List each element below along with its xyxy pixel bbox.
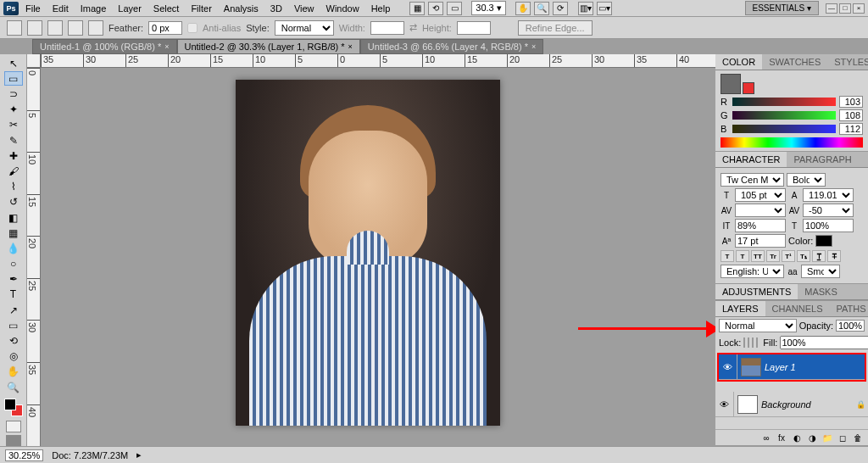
- allcaps-button[interactable]: TT: [751, 250, 765, 262]
- arrange-docs-icon[interactable]: ▥▾: [578, 2, 593, 15]
- adjustment-layer-icon[interactable]: ◑: [805, 432, 819, 443]
- text-color-swatch[interactable]: [815, 235, 832, 247]
- zoom-input[interactable]: 30.3 ▾: [471, 1, 505, 15]
- menu-layer[interactable]: Layer: [113, 2, 147, 15]
- marquee-tool[interactable]: ▭: [4, 71, 23, 86]
- crop-tool[interactable]: ✂: [4, 118, 23, 132]
- vscale-input[interactable]: [735, 219, 786, 232]
- italic-button[interactable]: T: [736, 250, 749, 262]
- underline-button[interactable]: T̲: [812, 250, 826, 262]
- tab-character[interactable]: CHARACTER: [715, 152, 787, 167]
- heal-tool[interactable]: ✚: [4, 148, 23, 163]
- color-ramp[interactable]: [721, 137, 863, 148]
- lock-position-icon[interactable]: [752, 337, 754, 348]
- status-menu-icon[interactable]: ▸: [136, 449, 142, 460]
- path-tool[interactable]: ↗: [4, 303, 23, 317]
- blur-tool[interactable]: 💧: [4, 241, 23, 255]
- status-zoom[interactable]: 30.25%: [5, 449, 43, 461]
- r-input[interactable]: [839, 96, 863, 108]
- doc-tab-2[interactable]: Untitled-2 @ 30.3% (Layer 1, RGB/8) *×: [177, 39, 360, 54]
- menu-filter[interactable]: Filter: [186, 2, 216, 15]
- size-select[interactable]: 105 pt: [735, 188, 786, 202]
- lasso-tool[interactable]: ⊃: [4, 86, 23, 101]
- link-layers-icon[interactable]: ∞: [760, 432, 773, 443]
- wand-tool[interactable]: ✦: [4, 103, 23, 117]
- new-layer-icon[interactable]: ◻: [836, 432, 849, 443]
- zoom-tool-icon[interactable]: 🔍: [534, 2, 549, 15]
- maximize-icon[interactable]: □: [839, 3, 851, 14]
- gradient-tool[interactable]: ▦: [4, 226, 23, 240]
- bold-button[interactable]: T: [721, 250, 734, 262]
- pen-tool[interactable]: ✒: [4, 272, 23, 287]
- marquee-subtract-icon[interactable]: [68, 20, 83, 36]
- type-tool[interactable]: T: [4, 287, 23, 302]
- feather-input[interactable]: [148, 21, 182, 35]
- 3d-camera-tool[interactable]: ◎: [4, 349, 23, 364]
- shape-tool[interactable]: ▭: [4, 318, 23, 332]
- g-input[interactable]: [839, 109, 863, 121]
- tab-color[interactable]: COLOR: [715, 54, 762, 70]
- close-tab-icon[interactable]: ×: [531, 42, 536, 51]
- menu-image[interactable]: Image: [75, 2, 112, 15]
- hand-tool-icon[interactable]: ✋: [515, 2, 531, 15]
- lock-all-icon[interactable]: [756, 337, 758, 348]
- screenmode-icon[interactable]: [6, 435, 21, 446]
- tab-styles[interactable]: STYLES: [827, 54, 868, 70]
- mask-icon[interactable]: ◐: [790, 432, 804, 443]
- close-tab-icon[interactable]: ×: [348, 42, 353, 51]
- menu-select[interactable]: Select: [148, 2, 185, 15]
- layer-row[interactable]: 👁 Background 🔒: [715, 392, 868, 417]
- aa-select[interactable]: Smooth: [801, 265, 840, 278]
- sub-button[interactable]: T₁: [797, 250, 810, 262]
- lang-select[interactable]: English: UK: [721, 265, 784, 278]
- doc-tab-3[interactable]: Untitled-3 @ 66.6% (Layer 4, RGB/8) *×: [360, 39, 543, 54]
- tool-preset-icon[interactable]: [7, 20, 22, 36]
- smallcaps-button[interactable]: Tr: [766, 250, 780, 262]
- opacity-input[interactable]: [836, 320, 865, 332]
- menu-window[interactable]: Window: [321, 2, 364, 15]
- b-input[interactable]: [839, 123, 863, 135]
- layer-thumbnail[interactable]: [741, 358, 761, 377]
- ruler-vertical[interactable]: 0510152025303540: [27, 68, 41, 446]
- ruler-origin[interactable]: [27, 54, 41, 68]
- tracking-select[interactable]: -50: [803, 204, 854, 217]
- history-brush-tool[interactable]: ↺: [4, 195, 23, 209]
- g-slider[interactable]: [732, 111, 836, 120]
- super-button[interactable]: T¹: [782, 250, 795, 262]
- b-slider[interactable]: [732, 125, 836, 133]
- layer-name[interactable]: Background: [761, 399, 856, 410]
- eyedropper-tool[interactable]: ✎: [4, 133, 23, 148]
- marquee-new-icon[interactable]: [27, 20, 42, 36]
- strike-button[interactable]: T̶: [827, 250, 841, 262]
- foreground-color-swatch[interactable]: [4, 399, 16, 410]
- move-tool[interactable]: ↖: [4, 56, 23, 70]
- lock-pixels-icon[interactable]: [748, 337, 749, 348]
- rotate-view-icon[interactable]: ⟳: [553, 2, 568, 15]
- r-slider[interactable]: [732, 98, 836, 106]
- tab-paths[interactable]: PATHS: [830, 301, 869, 316]
- font-select[interactable]: Tw Cen MT: [721, 173, 784, 187]
- hscale-input[interactable]: [803, 219, 854, 232]
- menu-3d[interactable]: 3D: [265, 2, 287, 15]
- kerning-select[interactable]: [735, 204, 786, 217]
- menu-view[interactable]: View: [289, 2, 320, 15]
- tab-layers[interactable]: LAYERS: [715, 301, 765, 316]
- color-swatches[interactable]: [4, 399, 23, 416]
- stamp-tool[interactable]: ⌇: [4, 180, 23, 194]
- lock-transparent-icon[interactable]: [743, 337, 745, 348]
- zoom-tool[interactable]: 🔍: [4, 380, 23, 394]
- close-icon[interactable]: ×: [853, 3, 865, 14]
- tab-paragraph[interactable]: PARAGRAPH: [787, 152, 858, 167]
- visibility-icon[interactable]: 👁: [715, 392, 734, 416]
- layer-thumbnail[interactable]: [737, 395, 758, 414]
- history-icon[interactable]: ⟲: [428, 2, 443, 15]
- quickmask-icon[interactable]: [6, 421, 21, 432]
- 3d-tool[interactable]: ⟲: [4, 333, 23, 348]
- group-icon[interactable]: 📁: [821, 432, 834, 443]
- tab-masks[interactable]: MASKS: [798, 284, 844, 299]
- canvas-area[interactable]: 3530252015105051015202530354045 05101520…: [27, 54, 715, 446]
- baseline-input[interactable]: [735, 234, 786, 248]
- ruler-horizontal[interactable]: 3530252015105051015202530354045: [41, 54, 715, 68]
- document-canvas[interactable]: [236, 80, 500, 426]
- refine-edge-button[interactable]: Refine Edge...: [518, 20, 593, 36]
